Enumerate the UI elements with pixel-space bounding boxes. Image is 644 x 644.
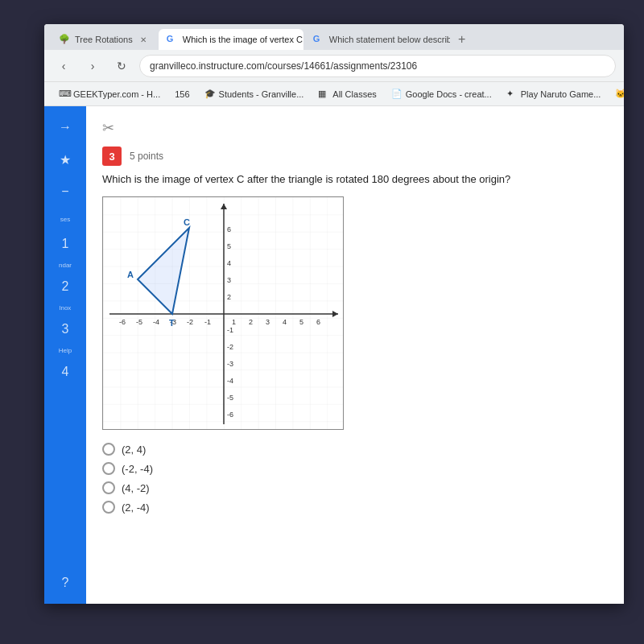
left-sidebar: → ★ − ses 1 ndar 2 lnox 3 Help 4 ? bbox=[44, 106, 86, 604]
svg-text:C: C bbox=[184, 217, 190, 227]
sidebar-star[interactable]: ★ bbox=[51, 145, 80, 174]
bookmark-all-classes[interactable]: ▦ All Classes bbox=[312, 87, 382, 101]
sidebar-label-ndar: ndar bbox=[59, 262, 72, 269]
question-header: 3 5 points bbox=[102, 147, 608, 166]
bookmark-students[interactable]: 🎓 Students - Granville... bbox=[198, 87, 311, 101]
tab-label-1: Tree Rotations bbox=[75, 35, 133, 44]
back-button[interactable]: ‹ bbox=[52, 55, 75, 77]
answer-choices: (2, 4) (-2, -4) (4, -2) (2, -4) bbox=[102, 443, 608, 514]
question-points: 5 points bbox=[130, 151, 163, 162]
answer-choice-c[interactable]: (4, -2) bbox=[102, 481, 608, 494]
svg-text:-2: -2 bbox=[227, 343, 233, 351]
bookmark-google-docs[interactable]: 📄 Google Docs - creat... bbox=[385, 87, 498, 101]
main-content: ✂ 3 5 points Which is the image of verte… bbox=[86, 106, 624, 604]
radio-c[interactable] bbox=[102, 481, 115, 494]
sidebar-label-lnox: lnox bbox=[60, 304, 72, 312]
bookmarks-bar: ⌨ GEEKTyper.com - H... 156 🎓 Students - … bbox=[44, 82, 624, 106]
tab-tree-rotations[interactable]: 🌳 Tree Rotations ✕ bbox=[51, 29, 157, 50]
bookmark-label-1: GEEKTyper.com - H... bbox=[73, 89, 160, 99]
svg-text:A: A bbox=[127, 270, 134, 279]
tab-label-3: Which statement below describ... bbox=[329, 35, 450, 44]
svg-text:5: 5 bbox=[227, 242, 231, 250]
radio-d[interactable] bbox=[102, 501, 115, 514]
bookmark-icon-4: ▦ bbox=[318, 89, 329, 100]
svg-text:-2: -2 bbox=[187, 318, 193, 326]
tab-favicon-2: G bbox=[167, 34, 178, 45]
bookmark-156[interactable]: 156 bbox=[168, 88, 196, 101]
sidebar-item-1[interactable]: 1 bbox=[51, 229, 80, 258]
svg-text:4: 4 bbox=[227, 259, 231, 267]
url-input[interactable]: granvilleco.instructure.com/courses/1466… bbox=[139, 55, 616, 77]
svg-text:-3: -3 bbox=[227, 360, 233, 368]
bookmark-icon-6: ✦ bbox=[506, 89, 518, 100]
bookmark-icon-5: 📄 bbox=[391, 89, 402, 100]
radio-b[interactable] bbox=[102, 462, 115, 475]
svg-text:4: 4 bbox=[283, 318, 287, 326]
tab-statement[interactable]: G Which statement below describ... ✕ bbox=[305, 29, 450, 50]
bookmark-label-3: Students - Granville... bbox=[219, 89, 304, 99]
svg-text:-4: -4 bbox=[153, 318, 159, 326]
tab-bar: 🌳 Tree Rotations ✕ G Which is the image … bbox=[44, 24, 624, 50]
sidebar-collapse[interactable]: − bbox=[51, 177, 80, 206]
question-block: 3 5 points Which is the image of vertex … bbox=[102, 147, 608, 514]
answer-choice-d[interactable]: (2, -4) bbox=[102, 501, 608, 514]
svg-text:-5: -5 bbox=[136, 318, 142, 326]
svg-text:-4: -4 bbox=[227, 377, 233, 385]
bookmark-label-4: All Classes bbox=[332, 89, 376, 99]
svg-text:-1: -1 bbox=[204, 318, 211, 326]
bookmark-geektyper[interactable]: ⌨ GEEKTyper.com - H... bbox=[52, 87, 167, 101]
question-number: 3 bbox=[102, 147, 122, 166]
screen: 🌳 Tree Rotations ✕ G Which is the image … bbox=[0, 0, 644, 644]
tab-vertex-c[interactable]: G Which is the image of vertex C a... ✕ bbox=[159, 29, 303, 50]
graph-container: 1 2 3 4 5 6 -1 -2 -3 -4 -5 -6 2 bbox=[102, 196, 608, 430]
bookmark-naruto[interactable]: ✦ Play Naruto Game... bbox=[500, 87, 608, 101]
answer-label-d: (2, -4) bbox=[122, 502, 150, 514]
new-tab-button[interactable]: + bbox=[452, 29, 473, 50]
svg-text:-6: -6 bbox=[227, 411, 233, 419]
bookmark-icon-7: 🐱 bbox=[615, 89, 624, 100]
bookmark-icon-1: ⌨ bbox=[59, 89, 70, 100]
svg-text:6: 6 bbox=[316, 318, 320, 326]
svg-text:-6: -6 bbox=[119, 318, 126, 326]
svg-text:6: 6 bbox=[227, 225, 231, 233]
refresh-button[interactable]: ↻ bbox=[110, 55, 133, 77]
bookmark-label-5: Google Docs - creat... bbox=[406, 89, 492, 99]
sidebar-label-ses: ses bbox=[60, 216, 70, 223]
svg-text:5: 5 bbox=[299, 318, 303, 326]
sidebar-item-3[interactable]: 3 bbox=[51, 315, 80, 344]
answer-label-a: (2, 4) bbox=[122, 444, 146, 456]
sidebar-nav-forward[interactable]: → bbox=[51, 113, 80, 142]
sidebar-item-4[interactable]: 4 bbox=[51, 357, 80, 386]
svg-text:2: 2 bbox=[227, 293, 231, 301]
forward-button[interactable]: › bbox=[81, 55, 104, 77]
svg-text:2: 2 bbox=[249, 318, 253, 326]
bookmark-icon-3: 🎓 bbox=[204, 89, 216, 100]
svg-text:3: 3 bbox=[266, 318, 270, 326]
radio-a[interactable] bbox=[102, 443, 115, 456]
bookmark-scratch[interactable]: 🐱 Scratch - Exp... bbox=[609, 87, 624, 101]
toolbar-area: ✂ bbox=[102, 119, 608, 137]
browser-window: 🌳 Tree Rotations ✕ G Which is the image … bbox=[44, 24, 624, 604]
tab-label-2: Which is the image of vertex C a... bbox=[183, 35, 303, 44]
answer-choice-a[interactable]: (2, 4) bbox=[102, 443, 608, 456]
sidebar-help[interactable]: ? bbox=[51, 568, 80, 597]
scissors-icon: ✂ bbox=[102, 120, 114, 136]
sidebar-item-2[interactable]: 2 bbox=[51, 272, 80, 301]
svg-text:3: 3 bbox=[227, 276, 231, 284]
answer-label-c: (4, -2) bbox=[122, 482, 150, 494]
svg-text:1: 1 bbox=[232, 318, 236, 326]
answer-choice-b[interactable]: (-2, -4) bbox=[102, 462, 608, 475]
sidebar-label-help: Help bbox=[59, 347, 72, 354]
tab-favicon-1: 🌳 bbox=[59, 34, 70, 45]
bookmark-label-2: 156 bbox=[175, 89, 189, 99]
answer-label-b: (-2, -4) bbox=[122, 463, 153, 475]
bookmark-label-6: Play Naruto Game... bbox=[521, 89, 601, 99]
tab-close-1[interactable]: ✕ bbox=[138, 34, 149, 45]
url-text: granvilleco.instructure.com/courses/1466… bbox=[150, 60, 417, 72]
tab-favicon-3: G bbox=[313, 34, 324, 45]
coordinate-graph: 1 2 3 4 5 6 -1 -2 -3 -4 -5 -6 2 bbox=[102, 196, 344, 430]
question-text: Which is the image of vertex C after the… bbox=[102, 172, 608, 187]
address-bar: ‹ › ↻ granvilleco.instructure.com/course… bbox=[44, 50, 624, 82]
svg-text:-5: -5 bbox=[227, 394, 233, 402]
svg-text:T: T bbox=[169, 318, 175, 328]
